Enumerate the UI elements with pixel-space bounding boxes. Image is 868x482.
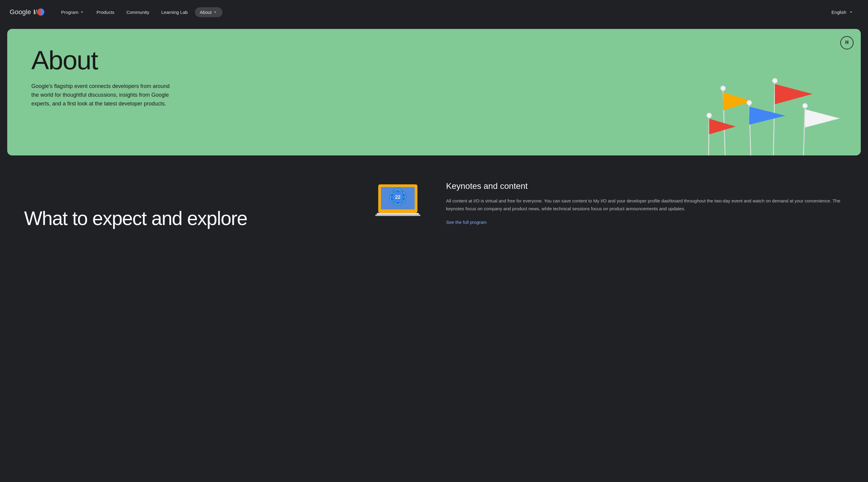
svg-marker-14 [805,109,840,127]
svg-text:22: 22 [395,195,401,200]
svg-line-9 [709,116,709,155]
google-io-logo: Google I / [10,8,44,16]
chevron-down-icon-about [213,10,218,14]
google-logo-text: Google [10,8,31,16]
see-full-program-link[interactable]: See the full program [446,220,487,225]
lower-section: What to expect and explore 22 [0,160,868,247]
expect-title: What to expect and explore [24,208,362,229]
svg-marker-11 [709,119,736,134]
hero-title: About [31,47,176,73]
svg-point-13 [803,103,807,108]
keynotes-section: Keynotes and content All content at I/O … [446,178,844,225]
svg-line-12 [804,107,805,155]
hero-section: About Google's flagship event connects d… [7,29,861,155]
chevron-down-icon [80,10,84,14]
logo-link[interactable]: Google I / [10,8,44,16]
language-selector[interactable]: English [827,7,858,17]
laptop-illustration: 22 [374,178,422,227]
keynotes-title: Keynotes and content [446,181,844,191]
nav-item-community[interactable]: Community [121,7,154,17]
keynotes-description: All content at I/O is virtual and free f… [446,197,844,213]
svg-marker-5 [775,84,812,104]
svg-marker-8 [749,107,785,125]
expect-section: What to expect and explore 22 [24,178,422,229]
svg-rect-25 [375,215,421,216]
nav-item-learning-lab[interactable]: Learning Lab [156,7,193,17]
hero-content: About Google's flagship event connects d… [31,47,176,108]
navbar: Google I / Program Products Community Le… [0,0,868,24]
nav-links: Program Products Community Learning Lab … [56,7,827,17]
flags-illustration [686,35,843,155]
svg-point-4 [772,78,777,83]
language-label: English [832,10,846,15]
pause-icon [844,39,849,46]
nav-item-about[interactable]: About [195,7,222,17]
hero-description: Google's flagship event connects develop… [31,82,176,108]
svg-point-10 [707,113,712,118]
io-badge: I / [33,8,44,16]
nav-item-program[interactable]: Program [56,7,90,17]
svg-point-7 [747,100,752,105]
chevron-down-icon-lang [849,10,854,14]
pause-button[interactable] [840,36,854,50]
svg-point-1 [721,86,725,91]
nav-item-products[interactable]: Products [92,7,119,17]
flags-svg [686,35,843,155]
